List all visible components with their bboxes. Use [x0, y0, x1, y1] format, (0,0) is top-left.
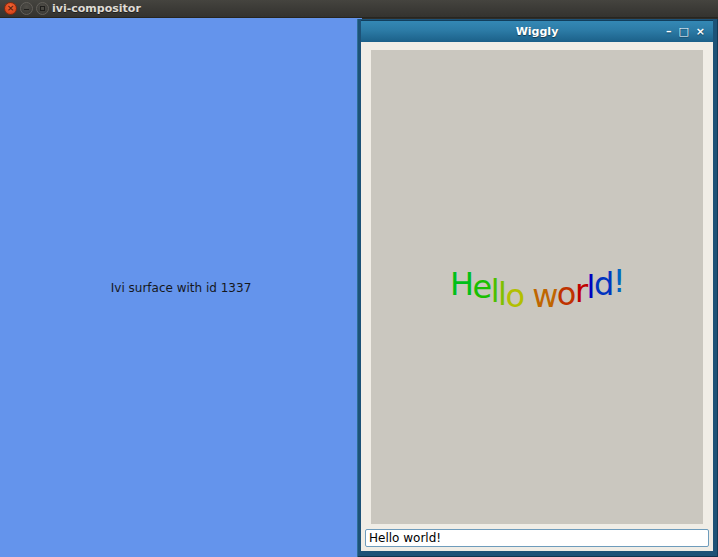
maximize-button[interactable] [36, 2, 49, 15]
wiggly-text: Hello world! [450, 268, 624, 306]
wiggly-letter: o [505, 277, 523, 315]
compositor-titlebar[interactable]: × ivi-compositor [0, 0, 718, 18]
wiggly-window-title: Wiggly [516, 25, 559, 38]
wiggly-window: Wiggly – □ × Hello world! [357, 19, 718, 557]
wiggly-window-body: Hello world! [361, 42, 713, 551]
wiggly-letter: w [532, 277, 557, 315]
wiggly-letter: o [557, 275, 575, 313]
wiggly-letter: d [594, 265, 613, 303]
wiggly-letter: H [450, 265, 473, 303]
wiggly-letter [524, 278, 533, 316]
wiggly-window-controls: – □ × [666, 21, 705, 42]
wiggly-minimize-button[interactable]: – [666, 21, 672, 42]
wiggly-letter: l [491, 272, 498, 310]
wiggly-letter: l [587, 268, 594, 306]
compositor-window-title: ivi-compositor [52, 0, 141, 18]
wiggly-letter: ! [613, 262, 624, 300]
ivi-surface-label: Ivi surface with id 1337 [111, 281, 252, 295]
wiggly-canvas: Hello world! [371, 50, 703, 524]
ivi-surface: Ivi surface with id 1337 [0, 18, 362, 557]
close-button[interactable]: × [4, 2, 17, 15]
minimize-icon [24, 9, 29, 10]
wiggly-text-input[interactable] [365, 529, 709, 547]
wiggly-letter: l [498, 275, 505, 313]
minimize-button[interactable] [20, 2, 33, 15]
wiggly-titlebar[interactable]: Wiggly – □ × [361, 20, 713, 42]
wiggly-input-row [365, 527, 709, 547]
maximize-icon [40, 6, 45, 11]
wiggly-letter: r [575, 272, 587, 310]
wiggly-close-button[interactable]: × [696, 21, 705, 42]
wiggly-maximize-button[interactable]: □ [678, 21, 688, 42]
wiggly-letter: e [472, 268, 490, 306]
